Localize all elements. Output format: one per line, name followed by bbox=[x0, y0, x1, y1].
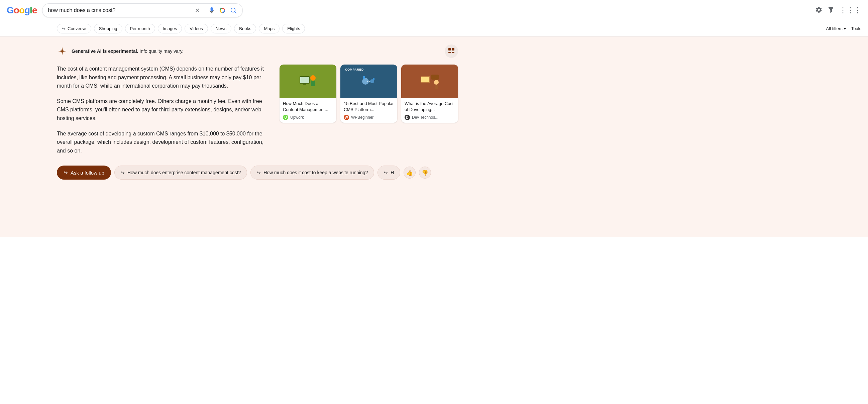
logo-g2: g bbox=[24, 5, 30, 15]
card-source-wpbeginner: W WPBeginner bbox=[344, 115, 394, 120]
all-filters-button[interactable]: All filters ▾ bbox=[826, 26, 846, 31]
filter-chip-shopping-label: Shopping bbox=[99, 26, 117, 31]
followup-more-arrow: ↪ bbox=[384, 170, 388, 175]
followup-chip-enterprise[interactable]: ↪ How much does enterprise content manag… bbox=[114, 165, 247, 180]
settings-icon[interactable] bbox=[815, 6, 823, 15]
followup-chip-website[interactable]: ↪ How much does it cost to keep a websit… bbox=[250, 165, 374, 180]
ai-paragraph-1: The cost of a content management system … bbox=[57, 65, 272, 90]
svg-point-9 bbox=[310, 75, 316, 81]
card-title-devtechnos: What is the Average Cost of Developing..… bbox=[405, 101, 455, 113]
svg-rect-6 bbox=[452, 52, 455, 53]
favicon-upwork: U bbox=[283, 115, 288, 120]
ai-card-wpbeginner[interactable]: COMPARED 15 Best and Most Popular CMS Pl… bbox=[340, 65, 397, 123]
ai-header-left: Generative AI is experimental. Info qual… bbox=[57, 46, 184, 57]
card-body-upwork: How Much Does a Content Management... U … bbox=[280, 98, 336, 123]
followup-more-chip[interactable]: ↪ H bbox=[377, 165, 400, 180]
svg-rect-19 bbox=[431, 74, 439, 80]
svg-point-20 bbox=[434, 80, 439, 85]
svg-rect-18 bbox=[421, 77, 429, 82]
filter-chip-videos[interactable]: Videos bbox=[185, 24, 208, 33]
search-input[interactable] bbox=[48, 7, 192, 13]
logo-o1: o bbox=[14, 5, 19, 15]
ai-header: Generative AI is experimental. Info qual… bbox=[57, 44, 458, 58]
card-source-devtechnos: D Dev Technos... bbox=[405, 115, 455, 120]
google-logo: Google bbox=[7, 5, 37, 16]
filter-chip-books[interactable]: Books bbox=[234, 24, 256, 33]
search-submit-icon[interactable] bbox=[230, 7, 237, 14]
microphone-icon[interactable] bbox=[208, 7, 215, 14]
ai-answer: Generative AI is experimental. Info qual… bbox=[57, 44, 458, 180]
ask-followup-button[interactable]: ↪ Ask a follow up bbox=[57, 165, 111, 180]
search-bar: ✕ bbox=[42, 3, 243, 18]
card-source-upwork: U Upwork bbox=[283, 115, 333, 120]
filter-chip-permonth-label: Per month bbox=[130, 26, 150, 31]
ai-disclaimer-sub: Info quality may vary. bbox=[138, 49, 183, 54]
card-source-name-wpbeginner: WPBeginner bbox=[351, 115, 373, 120]
ai-disclaimer-text: Generative AI is experimental. Info qual… bbox=[71, 49, 184, 54]
ai-card-upwork[interactable]: How Much Does a Content Management... U … bbox=[280, 65, 336, 123]
card-source-name-devtechnos: Dev Technos... bbox=[412, 115, 438, 120]
ai-source-cards: How Much Does a Content Management... U … bbox=[280, 65, 458, 123]
thumbs-up-button[interactable]: 👍 bbox=[404, 166, 415, 179]
filter-chip-images[interactable]: Images bbox=[158, 24, 182, 33]
svg-line-2 bbox=[235, 12, 237, 13]
favicon-devtechnos: D bbox=[405, 115, 410, 120]
svg-rect-14 bbox=[363, 76, 365, 79]
svg-rect-5 bbox=[448, 52, 451, 53]
filter-bar: ↪ Converse Shopping Per month Images Vid… bbox=[0, 21, 868, 36]
filter-chip-permonth[interactable]: Per month bbox=[125, 24, 155, 33]
tools-label: Tools bbox=[851, 26, 861, 31]
followup-chip-website-arrow: ↪ bbox=[257, 170, 261, 175]
filter-chip-news-label: News bbox=[216, 26, 227, 31]
card-source-name-upwork: Upwork bbox=[290, 115, 304, 120]
followup-more-label: H bbox=[391, 170, 394, 175]
svg-rect-4 bbox=[452, 48, 455, 51]
svg-rect-15 bbox=[373, 78, 374, 80]
ai-layout-toggle[interactable] bbox=[445, 44, 458, 58]
filter-chip-maps[interactable]: Maps bbox=[259, 24, 280, 33]
filter-chip-flights-label: Flights bbox=[287, 26, 300, 31]
ai-body: The cost of a content management system … bbox=[57, 65, 458, 155]
thumbs-down-button[interactable]: 👎 bbox=[419, 166, 431, 179]
favicon-wpbeginner: W bbox=[344, 115, 349, 120]
converse-arrow-icon: ↪ bbox=[62, 26, 65, 31]
filter-chip-news[interactable]: News bbox=[211, 24, 232, 33]
svg-rect-8 bbox=[300, 77, 309, 83]
filter-chip-shopping[interactable]: Shopping bbox=[94, 24, 122, 33]
ai-text: The cost of a content management system … bbox=[57, 65, 272, 155]
svg-rect-10 bbox=[311, 81, 315, 86]
ai-card-devtechnos[interactable]: What is the Average Cost of Developing..… bbox=[401, 65, 458, 123]
ai-sparkle-icon bbox=[57, 46, 67, 57]
card-image-upwork bbox=[280, 65, 336, 98]
svg-rect-21 bbox=[435, 85, 438, 89]
card-title-wpbeginner: 15 Best and Most Popular CMS Platform... bbox=[344, 101, 394, 113]
labs-icon[interactable] bbox=[827, 6, 835, 15]
card-body-wpbeginner: 15 Best and Most Popular CMS Platform...… bbox=[340, 98, 397, 123]
lens-icon[interactable] bbox=[219, 7, 226, 14]
logo-g: G bbox=[7, 5, 14, 15]
main-content: Generative AI is experimental. Info qual… bbox=[0, 36, 868, 237]
followup-chip-enterprise-label: How much does enterprise content managem… bbox=[127, 170, 241, 175]
card-image-devtechnos bbox=[401, 65, 458, 98]
card-title-upwork: How Much Does a Content Management... bbox=[283, 101, 333, 113]
clear-icon[interactable]: ✕ bbox=[195, 7, 200, 14]
search-icons: ✕ bbox=[195, 6, 237, 14]
card-image-wpbeginner: COMPARED bbox=[340, 65, 397, 98]
ai-disclaimer-bold: Generative AI is experimental. bbox=[71, 49, 138, 54]
followup-chip-website-label: How much does it cost to keep a website … bbox=[264, 170, 368, 175]
filter-chip-images-label: Images bbox=[163, 26, 177, 31]
filter-dropdown-icon: ▾ bbox=[844, 26, 846, 31]
logo-o2: o bbox=[19, 5, 24, 15]
filter-chip-converse[interactable]: ↪ Converse bbox=[57, 24, 91, 33]
apps-grid-icon[interactable]: ⋮⋮⋮ bbox=[839, 6, 861, 15]
filter-right: All filters ▾ Tools bbox=[826, 26, 861, 31]
ask-followup-label: Ask a follow up bbox=[70, 170, 104, 176]
followup-chip-enterprise-arrow: ↪ bbox=[121, 170, 125, 175]
logo-e: e bbox=[32, 5, 37, 15]
tools-button[interactable]: Tools bbox=[851, 26, 861, 31]
filter-chip-flights[interactable]: Flights bbox=[282, 24, 305, 33]
svg-rect-11 bbox=[303, 84, 306, 85]
logo-l: l bbox=[30, 5, 32, 15]
ai-paragraph-3: The average cost of developing a custom … bbox=[57, 129, 272, 155]
compared-badge: COMPARED bbox=[343, 67, 366, 72]
